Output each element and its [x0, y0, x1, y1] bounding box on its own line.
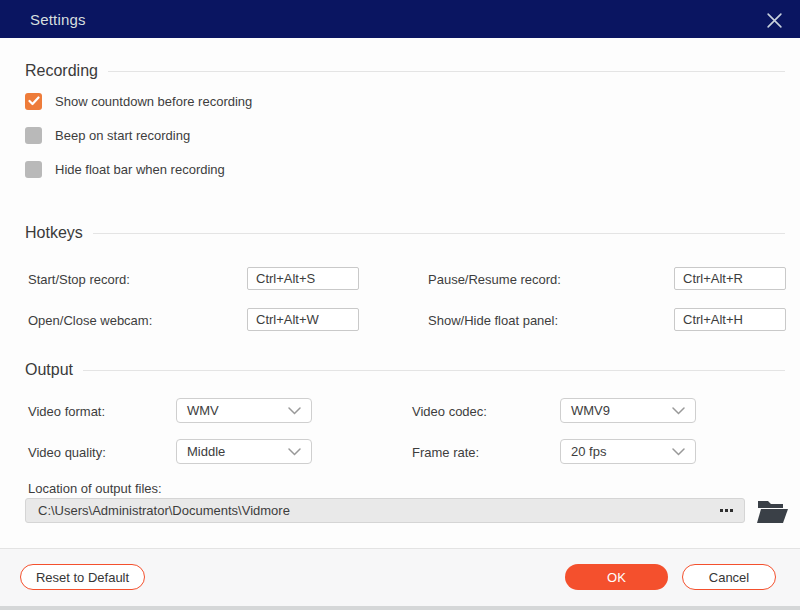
chevron-down-icon — [288, 407, 301, 415]
output-path-value: C:\Users\Administrator\Documents\Vidmore — [38, 503, 710, 518]
frame-rate-value: 20 fps — [571, 444, 606, 459]
beep-checkbox-label: Beep on start recording — [55, 128, 190, 143]
frame-rate-label: Frame rate: — [412, 445, 479, 460]
frame-rate-dropdown[interactable]: 20 fps — [560, 439, 696, 464]
show-hide-float-panel-input[interactable] — [674, 308, 786, 331]
reset-to-default-button[interactable]: Reset to Default — [20, 564, 145, 590]
video-format-value: WMV — [187, 403, 219, 418]
output-path-bar: C:\Users\Administrator\Documents\Vidmore — [25, 498, 745, 523]
start-stop-record-input[interactable] — [247, 267, 359, 290]
location-of-output-files-label: Location of output files: — [28, 481, 162, 496]
chevron-down-icon — [672, 407, 685, 415]
video-format-dropdown[interactable]: WMV — [176, 398, 312, 423]
footer-bar: Reset to Default OK Cancel — [0, 548, 800, 610]
hotkeys-section-header: Hotkeys — [25, 224, 785, 242]
video-codec-dropdown[interactable]: WMV9 — [560, 398, 696, 423]
output-section-title: Output — [25, 361, 73, 379]
output-section-header: Output — [25, 361, 785, 379]
countdown-checkbox[interactable] — [25, 93, 42, 110]
recording-section-title: Recording — [25, 62, 98, 80]
pause-resume-record-input[interactable] — [674, 267, 786, 290]
video-quality-value: Middle — [187, 444, 225, 459]
chevron-down-icon — [288, 448, 301, 456]
dialog-title: Settings — [30, 11, 86, 28]
floatbar-checkbox-label: Hide float bar when recording — [55, 162, 225, 177]
ellipsis-icon[interactable] — [710, 500, 742, 521]
chevron-down-icon — [672, 448, 685, 456]
cancel-button[interactable]: Cancel — [682, 564, 776, 590]
floatbar-checkbox[interactable] — [25, 161, 42, 178]
recording-section-header: Recording — [25, 62, 785, 80]
checkbox-row-beep[interactable]: Beep on start recording — [25, 126, 190, 144]
open-folder-icon[interactable] — [757, 499, 789, 524]
divider — [83, 370, 785, 371]
video-quality-label: Video quality: — [28, 445, 106, 460]
video-quality-dropdown[interactable]: Middle — [176, 439, 312, 464]
hotkeys-section-title: Hotkeys — [25, 224, 83, 242]
video-format-label: Video format: — [28, 404, 105, 419]
open-close-webcam-input[interactable] — [247, 308, 359, 331]
countdown-checkbox-label: Show countdown before recording — [55, 94, 252, 109]
ok-button[interactable]: OK — [565, 564, 668, 590]
close-icon[interactable] — [762, 8, 786, 32]
pause-resume-record-label: Pause/Resume record: — [428, 272, 561, 287]
divider — [108, 71, 785, 72]
show-hide-float-panel-label: Show/Hide float panel: — [428, 313, 558, 328]
window-bottom-edge — [0, 606, 800, 610]
checkmark-icon — [28, 96, 40, 106]
open-close-webcam-label: Open/Close webcam: — [28, 313, 152, 328]
checkbox-row-floatbar[interactable]: Hide float bar when recording — [25, 160, 225, 178]
titlebar: Settings — [0, 0, 800, 38]
video-codec-value: WMV9 — [571, 403, 610, 418]
divider — [93, 233, 785, 234]
start-stop-record-label: Start/Stop record: — [28, 272, 130, 287]
video-codec-label: Video codec: — [412, 404, 487, 419]
beep-checkbox[interactable] — [25, 127, 42, 144]
checkbox-row-countdown[interactable]: Show countdown before recording — [25, 92, 252, 110]
settings-dialog: Settings Recording Show countdown before… — [0, 0, 800, 610]
